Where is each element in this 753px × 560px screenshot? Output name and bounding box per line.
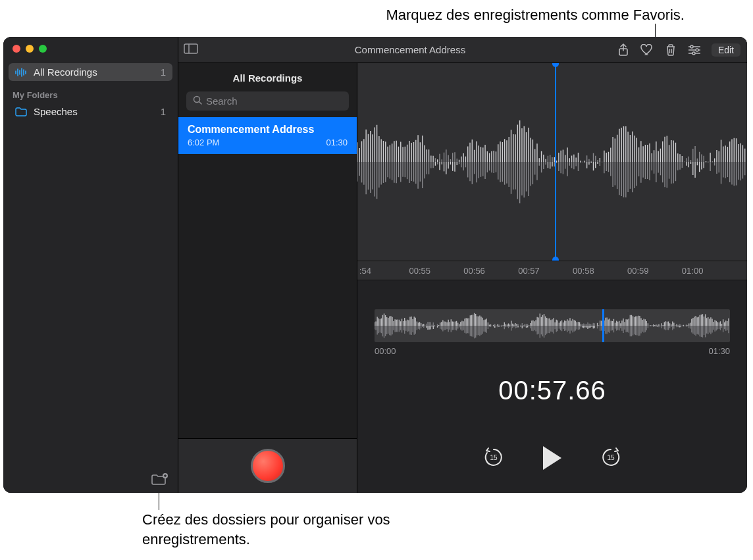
recording-item[interactable]: Commencement Address 6:02 PM 01:30: [178, 117, 357, 154]
playback-controls: 15 15: [357, 445, 747, 471]
sidebar-item-label: All Recordings: [34, 66, 97, 78]
skip-forward-button[interactable]: 15: [600, 445, 622, 471]
overview-end-label: 01:30: [708, 346, 730, 356]
sidebar-section-heading: My Folders: [3, 81, 178, 103]
close-window-button[interactable]: [13, 45, 20, 53]
recordings-list: All Recordings Search Commencement Addre…: [178, 37, 357, 493]
timeline-tick: 00:55: [409, 266, 430, 276]
timeline-tick: :54: [359, 266, 371, 276]
edit-button[interactable]: Edit: [712, 43, 740, 57]
titlebar: Commencement Address: [178, 37, 747, 63]
delete-button[interactable]: [664, 43, 677, 57]
search-icon: [193, 95, 202, 107]
app-window: All Recordings 1 My Folders Speeches 1: [3, 37, 747, 493]
svg-point-9: [194, 97, 200, 103]
record-button[interactable]: [251, 449, 285, 483]
folder-icon: [15, 107, 27, 116]
waveform-overview[interactable]: [375, 309, 730, 342]
callout-folders: Créez des dossiers pour organiser vos en…: [142, 510, 425, 549]
toggle-sidebar-button[interactable]: [184, 43, 198, 57]
sidebar-item-count: 1: [161, 66, 166, 78]
recording-duration: 01:30: [326, 138, 348, 147]
window-controls: [3, 37, 178, 53]
callout-leader: [159, 490, 159, 510]
playback-time: 00:57.66: [357, 376, 747, 405]
svg-point-21: [692, 52, 695, 55]
favorite-button[interactable]: [640, 43, 654, 57]
timeline-tick: 00:58: [573, 266, 594, 276]
skip-back-button[interactable]: 15: [482, 445, 505, 471]
search-placeholder: Search: [206, 95, 238, 107]
svg-point-17: [690, 45, 693, 48]
overview-playhead[interactable]: [602, 309, 604, 342]
waveform-detail[interactable]: [357, 63, 747, 261]
callout-favorites: Marquez des enregistrements comme Favori…: [263, 5, 685, 25]
svg-rect-11: [184, 44, 197, 53]
timeline-tick: 01:00: [682, 266, 704, 276]
svg-point-19: [696, 49, 698, 51]
timeline-tick: 00:57: [518, 266, 540, 276]
overview-start-label: 00:00: [375, 346, 396, 356]
sidebar-item-count: 1: [161, 106, 166, 117]
recording-time: 6:02 PM: [188, 138, 219, 147]
share-button[interactable]: [617, 43, 630, 57]
new-folder-button[interactable]: [151, 473, 169, 486]
timeline-tick: 00:56: [463, 266, 485, 276]
svg-line-10: [199, 102, 201, 104]
search-input[interactable]: Search: [186, 91, 349, 111]
settings-button[interactable]: [688, 43, 701, 57]
record-footer: [178, 438, 357, 493]
play-button[interactable]: [540, 445, 564, 471]
minimize-window-button[interactable]: [26, 45, 34, 53]
sidebar-item-all-recordings[interactable]: All Recordings 1: [9, 63, 172, 81]
playhead[interactable]: [555, 63, 556, 261]
timeline-tick: 00:59: [627, 266, 649, 276]
timeline-ruler[interactable]: :54 00:55 00:56 00:57 00:58 00:59 01:00: [357, 261, 747, 280]
main-content: :54 00:55 00:56 00:57 00:58 00:59 01:00 …: [357, 37, 747, 493]
svg-text:15: 15: [490, 454, 498, 461]
window-title: Commencement Address: [203, 44, 617, 55]
sidebar-item-label: Speeches: [34, 106, 78, 117]
sidebar-item-speeches[interactable]: Speeches 1: [9, 103, 172, 120]
recording-title: Commencement Address: [188, 124, 348, 136]
sidebar: All Recordings 1 My Folders Speeches 1: [3, 37, 178, 493]
list-title: All Recordings: [178, 63, 357, 89]
zoom-window-button[interactable]: [39, 45, 47, 53]
svg-text:15: 15: [607, 454, 615, 461]
waveform-icon: [15, 68, 27, 77]
